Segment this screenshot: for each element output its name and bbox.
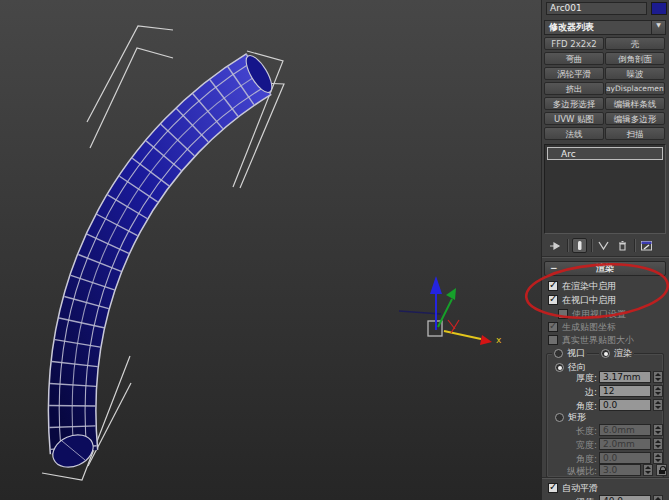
thickness-label: 厚度: [542, 372, 597, 385]
object-name-field[interactable]: Arc001 [546, 2, 647, 15]
threshold-label: 阈值: [542, 496, 597, 500]
length-label: 长度: [542, 425, 597, 438]
width-input: 2.0mm [599, 438, 651, 450]
rollout-title: 渲染 [596, 263, 614, 273]
modifier-button-extrude[interactable]: 挤出 [544, 82, 604, 95]
checkbox-label: 在渲染中启用 [562, 280, 616, 293]
mode-radio-row: 视口 渲染 [552, 347, 634, 360]
threshold-input[interactable]: 40.0 [599, 495, 651, 500]
threshold-spinner[interactable] [653, 495, 663, 500]
sides-input[interactable]: 12 [599, 385, 651, 397]
row-real-world-map-size: 真实世界贴图大小 [548, 334, 634, 346]
sides-label: 边: [542, 386, 597, 399]
show-end-result-icon[interactable] [572, 238, 587, 253]
modifier-button-turbosmooth[interactable]: 涡轮平滑 [544, 67, 604, 80]
checkbox-generate-mapping-coords [548, 322, 558, 332]
modifier-button-shell[interactable]: 壳 [605, 37, 665, 50]
modifier-stack-list[interactable]: Arc [544, 144, 666, 234]
gizmo-y-arrowhead [446, 288, 456, 300]
stack-item-arc[interactable]: Arc [547, 147, 663, 160]
thickness-spinner[interactable] [653, 371, 663, 383]
length-spinner [653, 424, 663, 436]
checkbox-label: 在视口中启用 [562, 294, 616, 307]
chevron-down-icon[interactable] [651, 21, 665, 34]
modifier-button-uvw-map[interactable]: UVW 贴图 [544, 112, 604, 125]
radio-viewport[interactable] [554, 349, 563, 358]
rollout-collapse-icon[interactable]: − [550, 262, 558, 275]
modifier-button-bevel-profile[interactable]: 倒角剖面 [605, 52, 665, 65]
pin-stack-icon[interactable] [548, 238, 563, 253]
stack-toolbar [544, 236, 666, 254]
modifier-button-vraydisplacement[interactable]: ayDisplacementM [605, 82, 665, 95]
toolbar-separator [634, 239, 635, 252]
length-row: 长度: 6.0mm [542, 424, 669, 437]
modifier-button-edit-poly[interactable]: 编辑多边形 [605, 112, 665, 125]
lock-aspect-icon[interactable] [656, 464, 667, 476]
radio-label: 视口 [567, 347, 585, 360]
auto-smooth-row: 自动平滑 [548, 482, 598, 494]
aspect-row: 纵横比: 3.0 [542, 464, 669, 477]
modifier-list-label: 修改器列表 [549, 22, 594, 32]
panel-separator [542, 477, 669, 479]
radio-label: 矩形 [568, 411, 586, 424]
rectangular-radio-row: 矩形 [555, 411, 586, 424]
gizmo-red-tick-2 [451, 320, 459, 333]
row-enable-in-viewport: 在视口中启用 [548, 294, 616, 306]
command-panel: Arc001 修改器列表 FFD 2x2x2 壳 弯曲 倒角剖面 涡轮平滑 噪波… [541, 0, 669, 500]
transform-gizmo[interactable]: x [399, 276, 502, 345]
arc-tube-object[interactable] [48, 52, 277, 473]
modifier-list-dropdown[interactable]: 修改器列表 [544, 20, 666, 35]
width-label: 宽度: [542, 439, 597, 452]
radio-label: 渲染 [614, 347, 632, 360]
angle-input[interactable]: 0.0 [599, 399, 651, 411]
checkbox-enable-in-renderer[interactable] [548, 281, 558, 291]
gizmo-x-arrowhead [480, 335, 492, 345]
row-enable-in-renderer: 在渲染中启用 [548, 280, 616, 292]
remove-modifier-icon[interactable] [615, 238, 630, 253]
radio-rectangular[interactable] [555, 413, 564, 422]
helper-spline-top-left-a [87, 26, 173, 122]
toolbar-separator [591, 239, 592, 252]
modifier-button-edit-spline[interactable]: 编辑样条线 [605, 97, 665, 110]
viewport-scene: x [0, 0, 541, 500]
gizmo-x-axis[interactable] [444, 331, 481, 339]
angle-spinner[interactable] [653, 399, 663, 411]
gizmo-plane-line [399, 311, 441, 314]
radio-renderer[interactable] [601, 349, 610, 358]
checkbox-label: 自动平滑 [562, 482, 598, 495]
rendering-rollout-header[interactable]: − 渲染 [544, 261, 666, 276]
length-input: 6.0mm [599, 424, 651, 436]
thickness-row: 厚度: 3.17mm [542, 371, 669, 384]
modifier-button-poly-select[interactable]: 多边形选择 [544, 97, 604, 110]
rect-angle-spinner [653, 452, 663, 464]
sides-row: 边: 12 [542, 385, 669, 398]
radio-pair-viewport[interactable]: 视口 [552, 347, 587, 360]
radio-pair-renderer[interactable]: 渲染 [599, 347, 634, 360]
make-unique-icon[interactable] [596, 238, 611, 253]
threshold-row: 阈值: 40.0 [542, 495, 669, 500]
panel-separator [542, 256, 669, 258]
checkbox-real-world-map-size [548, 335, 558, 345]
modifier-button-noise[interactable]: 噪波 [605, 67, 665, 80]
thickness-input[interactable]: 3.17mm [599, 371, 651, 383]
modifier-button-bend[interactable]: 弯曲 [544, 52, 604, 65]
modifier-button-sweep[interactable]: 扫描 [605, 127, 665, 140]
rect-angle-input: 0.0 [599, 452, 651, 464]
checkbox-label: 生成贴图坐标 [562, 321, 616, 334]
modifier-button-normal[interactable]: 法线 [544, 127, 604, 140]
toolbar-separator [567, 239, 568, 252]
aspect-spinner [643, 464, 653, 476]
viewport-3d[interactable]: x [0, 0, 541, 500]
modifier-button-ffd2x2x2[interactable]: FFD 2x2x2 [544, 37, 604, 50]
sides-spinner[interactable] [653, 385, 663, 397]
aspect-input: 3.0 [599, 464, 641, 476]
width-spinner [653, 438, 663, 450]
checkbox-label: 真实世界贴图大小 [562, 334, 634, 347]
checkbox-enable-in-viewport[interactable] [548, 295, 558, 305]
configure-modifier-sets-icon[interactable] [639, 238, 654, 253]
object-color-swatch[interactable] [651, 2, 667, 15]
row-use-viewport-settings: 使用视口设置 [558, 308, 626, 320]
checkbox-auto-smooth[interactable] [548, 483, 558, 493]
row-generate-mapping-coords: 生成贴图坐标 [548, 321, 616, 333]
gizmo-x-label: x [496, 335, 502, 345]
